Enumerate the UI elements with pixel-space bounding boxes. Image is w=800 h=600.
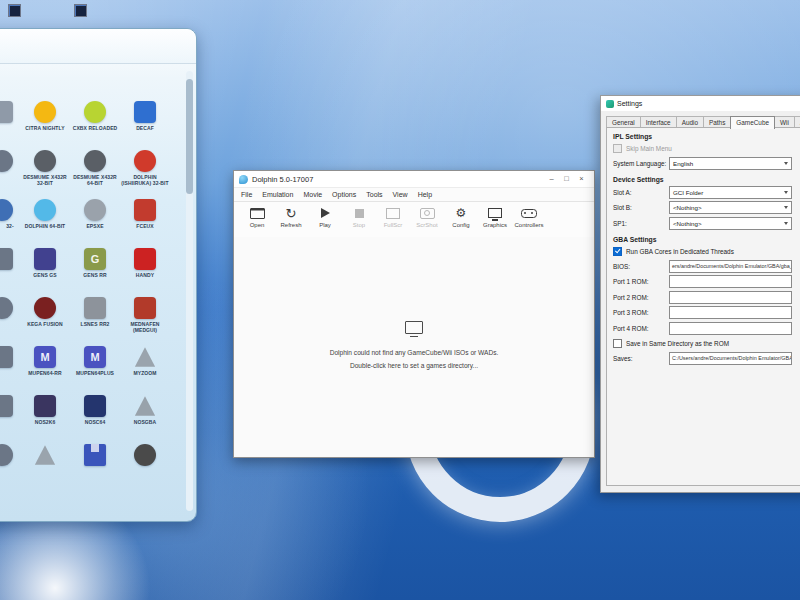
skip-main-menu-checkbox[interactable] (613, 144, 622, 153)
gba-port-rom-input[interactable] (669, 306, 792, 319)
launcher-item[interactable]: M MUPEN64PLUS (70, 346, 120, 388)
launcher-item[interactable]: DOLPHIN (ISHIIRUKA) 32-BIT (120, 150, 170, 192)
launcher-item-label: 32- (6, 223, 14, 229)
launcher-item[interactable] (70, 444, 120, 486)
launcher-item[interactable] (120, 444, 170, 486)
toolbar-button-label: Play (319, 222, 331, 228)
launcher-item[interactable]: CXBX RELOADED (70, 101, 120, 143)
sp1-dropdown[interactable]: <Nothing> (669, 217, 792, 230)
gba-port-rom-input[interactable] (669, 291, 792, 304)
toolbar-button[interactable]: Graphics (478, 205, 512, 228)
skip-main-menu-row[interactable]: Skip Main Menu (613, 144, 792, 153)
launcher-item[interactable]: LSNES RR2 (70, 297, 120, 339)
system-language-dropdown[interactable]: English (669, 157, 792, 170)
launcher-item[interactable]: KEGA FUSION (20, 297, 70, 339)
launcher-item[interactable] (0, 346, 20, 388)
menu-item[interactable]: View (388, 188, 413, 201)
toolbar-button[interactable]: Config (444, 205, 478, 228)
dolphin-window: Dolphin 5.0-17007 – □ × File Emulation M… (233, 170, 595, 458)
launcher-item[interactable]: DESMUME X432R 32-BIT (20, 150, 70, 192)
menu-item[interactable]: Movie (298, 188, 327, 201)
gba-port-label: Port 1 ROM: (613, 278, 669, 285)
launcher-scrollbar-thumb[interactable] (186, 79, 193, 194)
launcher-scrollbar[interactable] (186, 71, 193, 511)
gba-port-rom-input[interactable] (669, 275, 792, 288)
launcher-item[interactable]: NOSGBA (120, 395, 170, 437)
dolphin-game-list-empty[interactable]: Dolphin could not find any GameCube/Wii … (234, 237, 594, 457)
gba-threads-checkbox[interactable] (613, 247, 622, 256)
launcher-item[interactable] (0, 101, 20, 143)
app-icon (0, 101, 13, 123)
close-button[interactable]: × (574, 171, 589, 187)
slot-b-dropdown[interactable]: <Nothing> (669, 201, 792, 214)
launcher-item[interactable]: CITRA NIGHTLY (20, 101, 70, 143)
empty-message-line2: Double-click here to set a games directo… (330, 360, 499, 373)
toolbar-button[interactable]: Refresh (274, 205, 308, 228)
settings-titlebar[interactable]: Settings (601, 96, 800, 111)
toolbar-icon (355, 209, 364, 218)
launcher-item[interactable] (20, 444, 70, 486)
launcher-item[interactable]: EPSXE (70, 199, 120, 241)
launcher-item[interactable]: 32- (0, 199, 20, 241)
maximize-button[interactable]: □ (559, 171, 574, 187)
gba-port-row: Port 3 ROM: (613, 306, 792, 319)
launcher-item[interactable]: DECAF (120, 101, 170, 143)
sp1-label: SP1: (613, 220, 669, 227)
mupen64-rr-icon: M (34, 346, 56, 368)
app-shortcut-icon[interactable] (8, 4, 21, 17)
toolbar-button[interactable]: Controllers (512, 205, 546, 228)
slot-a-row: Slot A: GCI Folder (613, 186, 792, 199)
menu-item[interactable]: Emulation (257, 188, 298, 201)
launcher-item[interactable]: HANDY (120, 248, 170, 290)
kega-fusion-icon (34, 297, 56, 319)
minimize-button[interactable]: – (544, 171, 559, 187)
dolphin-64-icon (34, 199, 56, 221)
launcher-item[interactable]: G GENS RR (70, 248, 120, 290)
launcher-item[interactable] (0, 150, 20, 192)
toolbar-button-label: Controllers (514, 222, 543, 228)
launcher-item[interactable] (0, 248, 20, 290)
app-icon (0, 297, 13, 319)
sp1-row: SP1: <Nothing> (613, 217, 792, 230)
menu-item[interactable]: File (236, 188, 257, 201)
menu-item[interactable]: Help (413, 188, 437, 201)
launcher-item[interactable]: DOLPHIN 64-BIT (20, 199, 70, 241)
same-dir-checkbox[interactable] (613, 339, 622, 348)
slot-b-row: Slot B: <Nothing> (613, 201, 792, 214)
myzoom-icon (134, 346, 156, 368)
gba-threads-row[interactable]: Run GBA Cores in Dedicated Threads (613, 247, 792, 256)
launcher-item[interactable]: GENS GS (20, 248, 70, 290)
system-language-row: System Language: English (613, 157, 792, 170)
launcher-item[interactable]: MYZOOM (120, 346, 170, 388)
app-icon (0, 248, 13, 270)
launcher-item[interactable]: NOS2K6 (20, 395, 70, 437)
toolbar-button[interactable]: FullScr (376, 205, 410, 228)
launcher-item[interactable]: FCEUX (120, 199, 170, 241)
gba-port-rom-input[interactable] (669, 322, 792, 335)
menu-item[interactable]: Options (327, 188, 361, 201)
app-shortcut-icon[interactable] (74, 4, 87, 17)
toolbar-button[interactable]: ScrShot (410, 205, 444, 228)
toolbar-button[interactable]: Play (308, 205, 342, 228)
toolbar-button-label: ScrShot (416, 222, 437, 228)
launcher-item[interactable]: DESMUME X432R 64-BIT (70, 150, 120, 192)
toolbar-button[interactable]: Stop (342, 205, 376, 228)
launcher-item[interactable]: MEDNAFEN (MEDGUI) (120, 297, 170, 339)
saves-path-input[interactable]: C:/Users/andre/Documents/Dolphin Emulato… (669, 352, 792, 365)
settings-tab[interactable]: GameCube (730, 116, 775, 129)
decaf-icon (134, 101, 156, 123)
menu-item[interactable]: Tools (361, 188, 387, 201)
slot-a-dropdown[interactable]: GCI Folder (669, 186, 792, 199)
launcher-item-label: DESMUME X432R 32-BIT (21, 174, 69, 186)
launcher-item[interactable] (0, 395, 20, 437)
saves-label: Saves: (613, 355, 669, 362)
launcher-item[interactable]: NOSC64 (70, 395, 120, 437)
same-dir-row[interactable]: Save in Same Directory as the ROM (613, 339, 792, 348)
toolbar-button[interactable]: Open (240, 205, 274, 228)
launcher-item[interactable] (0, 444, 20, 486)
launcher-item-label: NOSC64 (85, 419, 106, 425)
dolphin-titlebar[interactable]: Dolphin 5.0-17007 – □ × (234, 171, 594, 188)
bios-path-input[interactable]: ers/andre/Documents/Dolphin Emulator/GBA… (669, 260, 792, 273)
launcher-item[interactable] (0, 297, 20, 339)
launcher-item[interactable]: M MUPEN64-RR (20, 346, 70, 388)
